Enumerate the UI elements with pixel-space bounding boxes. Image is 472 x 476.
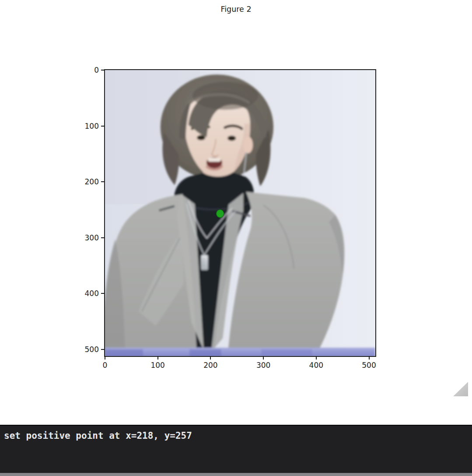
x-tick-label: 400	[309, 361, 323, 370]
figure-window: Figure 2	[0, 0, 472, 476]
x-tick-mark	[369, 356, 370, 360]
x-tick-label: 200	[203, 361, 217, 370]
y-tick-mark	[101, 349, 105, 350]
y-tick-label: 400	[68, 289, 99, 298]
x-tick-mark	[157, 356, 158, 360]
y-tick-mark	[101, 70, 105, 71]
y-tick-mark	[101, 181, 105, 182]
plot-area[interactable]	[104, 69, 376, 357]
x-tick-label: 0	[103, 361, 108, 370]
x-tick-label: 300	[256, 361, 270, 370]
figure-title: Figure 2	[0, 5, 472, 14]
y-tick-mark	[101, 237, 105, 238]
x-tick-mark	[210, 356, 211, 360]
y-tick-label: 200	[68, 177, 99, 186]
x-tick-mark	[105, 356, 105, 360]
y-tick-label: 500	[68, 345, 99, 353]
resize-grip-icon[interactable]	[452, 381, 469, 397]
y-tick-mark	[101, 293, 105, 294]
x-tick-mark	[263, 356, 264, 360]
positive-point-marker	[217, 210, 224, 218]
y-tick-mark	[101, 126, 105, 127]
console-output-bar: set positive point at x=218, y=257	[0, 425, 472, 473]
y-tick-label: 0	[68, 66, 99, 74]
x-tick-label: 500	[362, 361, 376, 370]
x-tick-label: 100	[150, 361, 164, 370]
photo-image	[105, 70, 375, 356]
y-tick-label: 300	[68, 233, 99, 242]
x-tick-mark	[316, 356, 317, 360]
y-tick-label: 100	[68, 121, 99, 130]
console-message: set positive point at x=218, y=257	[0, 426, 472, 441]
window-bottom-edge	[0, 473, 472, 476]
